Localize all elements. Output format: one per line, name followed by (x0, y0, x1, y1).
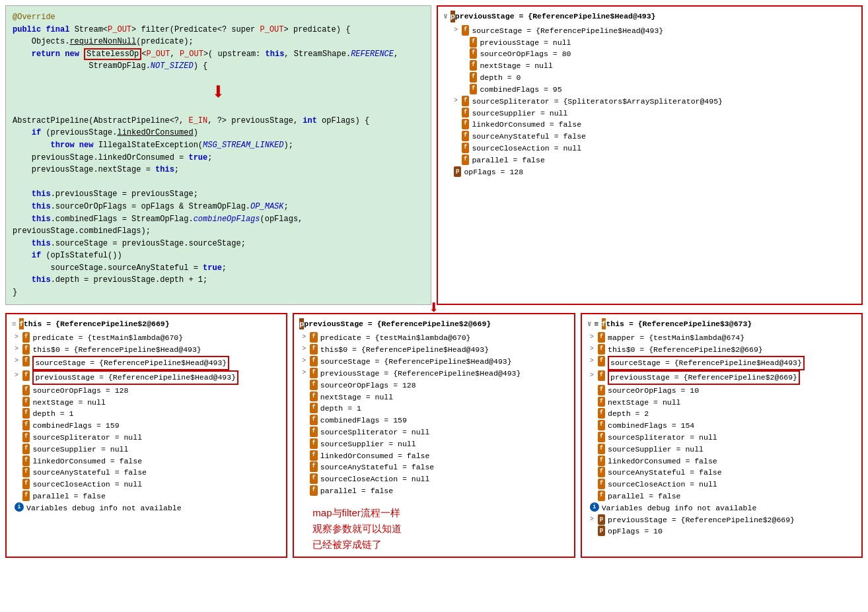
bm-this0: > f this$0 = {ReferencePipeline$Head@493… (299, 344, 568, 356)
field-text: linkedOrConsumed = false (320, 450, 430, 462)
bl-predicate: > f predicate = {testMain$lambda@670} (12, 332, 281, 344)
badge-f: f (462, 131, 469, 141)
code-line-abstract-2: if (previousStage.linkedOrConsumed) (13, 127, 424, 139)
field-text: depth = 0 (480, 72, 521, 84)
code-line-abstract-13: this.depth = previousStage.depth + 1; (13, 274, 424, 287)
bm-combinedFlags: f combinedFlags = 159 (299, 415, 568, 426)
chinese-annotation: map与filter流程一样 观察参数就可以知道 已经被穿成链了 (299, 505, 568, 553)
bm-parallel: f parallel = false (299, 485, 568, 497)
br-sourceSupplier: f sourceSupplier = null (587, 444, 856, 456)
field-text: sourceSupplier = null (320, 438, 416, 450)
down-arrow-1: ⬇ (13, 75, 424, 112)
field-text: opFlags = 10 (608, 526, 663, 537)
br-info: i Variables debug info not available (587, 502, 856, 514)
field-depth-0: f depth = 0 (443, 72, 856, 84)
code-line-1: public final Stream<P_OUT> filter(Predic… (13, 24, 424, 36)
field-text: sourceStage = {ReferencePipeline$Head@49… (472, 25, 663, 37)
code-line-abstract-9: this.combinedFlags = StreamOpFlag.combin… (13, 213, 424, 238)
field-sourceStage-top: > f sourceStage = {ReferencePipeline$Hea… (443, 25, 856, 37)
bl-info: i Variables debug info not available (12, 502, 281, 514)
field-sourceCloseAction: f sourceCloseAction = null (443, 143, 856, 154)
field-text: this$0 = {ReferencePipeline$Head@493} (32, 344, 201, 356)
badge-f: f (470, 37, 477, 48)
expand-placeholder (462, 37, 470, 48)
bottom-section: ≡ f this = {ReferencePipeline$2@669} > f… (5, 313, 863, 558)
field-text: nextStage = null (480, 60, 552, 72)
annotation-line-1: map与filter流程一样 (312, 505, 568, 521)
br-combinedFlags: f combinedFlags = 154 (587, 420, 856, 432)
field-text: linkedOrConsumed = false (608, 456, 717, 467)
expand-icon[interactable]: > (454, 25, 462, 36)
field-text: combinedFlags = 95 (480, 84, 561, 96)
br-depth: f depth = 2 (587, 408, 856, 420)
badge-f-br: f (602, 318, 606, 330)
field-text: sourceSpliterator = null (32, 432, 142, 444)
bl-previousStage: > f previousStage = {ReferencePipeline$H… (12, 370, 281, 385)
field-text: sourceCloseAction = null (608, 479, 717, 491)
bm-sourceOrOpFlags: f sourceOrOpFlags = 128 (299, 380, 568, 391)
field-text: sourceOrOpFlags = 128 (320, 380, 416, 391)
bl-depth: f depth = 1 (12, 408, 281, 420)
code-line-abstract-10: this.sourceStage = previousStage.sourceS… (13, 238, 424, 250)
bm-sourceSpliterator: f sourceSpliterator = null (299, 426, 568, 438)
badge-p-bm: p (299, 318, 304, 330)
bl-this0: > f this$0 = {ReferencePipeline$Head@493… (12, 344, 281, 356)
code-line-abstract-1: AbstractPipeline(AbstractPipeline<?, E_I… (13, 115, 424, 127)
code-line-2: Objects.requireNonNull(predicate); (13, 36, 424, 48)
field-text-highlighted: previousStage = {ReferencePipeline$Head@… (32, 370, 238, 385)
code-line-abstract-8: this.sourceOrOpFlags = opFlags & StreamO… (13, 201, 424, 213)
field-text: sourceOrOpFlags = 80 (480, 48, 571, 60)
field-sourceAnyStateful: f sourceAnyStateful = false (443, 131, 856, 143)
field-text: combinedFlags = 159 (320, 415, 407, 426)
field-text: depth = 1 (320, 403, 361, 415)
code-line-abstract-5: previousStage.nextStage = this; (13, 164, 424, 176)
field-text: Variables debug info not available (602, 502, 757, 514)
field-text: opFlags = 128 (464, 166, 523, 178)
bm-sourceAnyStateful: f sourceAnyStateful = false (299, 461, 568, 473)
br-opFlags: p opFlags = 10 (587, 526, 856, 537)
br-sourceAnyStateful: f sourceAnyStateful = false (587, 467, 856, 479)
field-text: sourceStage = {ReferencePipeline$Head@49… (320, 356, 512, 368)
field-text: parallel = false (608, 491, 680, 502)
field-text: nextStage = null (320, 391, 393, 403)
br-linkedOrConsumed: f linkedOrConsumed = false (587, 456, 856, 467)
field-linkedOrConsumed: f linkedOrConsumed = false (443, 119, 856, 131)
bl-nextStage: f nextStage = null (12, 397, 281, 409)
field-text: sourceAnyStateful = false (320, 461, 435, 473)
field-text: nextStage = null (608, 397, 680, 409)
bl-linkedOrConsumed: f linkedOrConsumed = false (12, 456, 281, 467)
field-text: previousStage = null (480, 37, 571, 49)
badge-f: f (462, 108, 469, 118)
field-text-highlighted: sourceStage = {ReferencePipeline$Head@49… (32, 356, 229, 370)
br-sourceCloseAction: f sourceCloseAction = null (587, 479, 856, 491)
code-line-abstract-4: previousStage.linkedOrConsumed = true; (13, 152, 424, 164)
br-title: ∨ ≡ f this = {ReferencePipeline$3@673} (587, 318, 856, 330)
field-text: predicate = {testMain$lambda@670} (320, 332, 471, 344)
bl-sourceCloseAction: f sourceCloseAction = null (12, 479, 281, 491)
field-text: linkedOrConsumed = false (472, 119, 581, 131)
bl-combinedFlags: f combinedFlags = 159 (12, 420, 281, 432)
field-text: combinedFlags = 159 (32, 420, 119, 432)
br-previousStage2: > p previousStage = {ReferencePipeline$2… (587, 514, 856, 526)
field-nextStage-null: f nextStage = null (443, 60, 856, 72)
bottom-left-title-text: this = {ReferencePipeline$2@669} (24, 318, 170, 330)
code-line-3: return new StatelessOp<P_OUT, P_OUT>( up… (13, 48, 424, 61)
br-mapper: > f mapper = {testMain$lambda@674} (587, 332, 856, 344)
badge-f: f (462, 119, 469, 129)
badge-f: f (462, 25, 469, 36)
info-icon-br: i (590, 502, 599, 512)
field-text: sourceOrOpFlags = 10 (608, 385, 699, 397)
field-parallel: f parallel = false (443, 154, 856, 166)
badge-f: f (462, 143, 469, 153)
badge-f: f (470, 84, 477, 94)
bm-depth: f depth = 1 (299, 403, 568, 415)
field-text: sourceCloseAction = null (32, 479, 142, 491)
badge-f: f (470, 72, 477, 83)
field-previousStage-null: f previousStage = null (443, 37, 856, 49)
br-sourceOrOpFlags: f sourceOrOpFlags = 10 (587, 385, 856, 397)
field-text-highlighted: previousStage = {ReferencePipeline$2@669… (608, 370, 800, 385)
main-container: @Override public final Stream<P_OUT> fil… (0, 0, 868, 563)
bm-sourceCloseAction: f sourceCloseAction = null (299, 473, 568, 485)
bottom-left-title: ≡ f this = {ReferencePipeline$2@669} (12, 318, 281, 330)
field-sourceSpliterator: > f sourceSpliterator = {Spliterators$Ar… (443, 96, 856, 108)
